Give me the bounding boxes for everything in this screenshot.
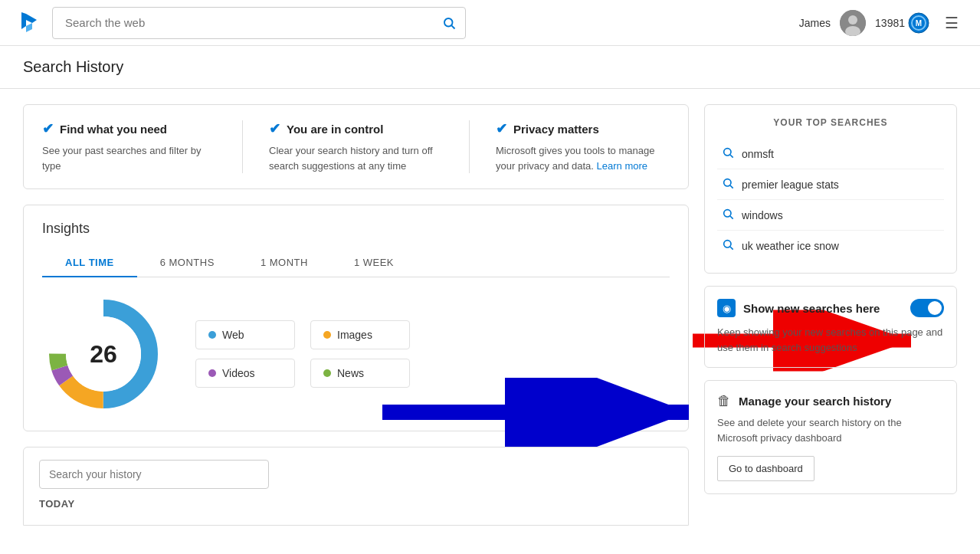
legend: Web Images Videos News: [195, 320, 410, 388]
info-card-control-text: Clear your search history and turn off s…: [269, 143, 443, 173]
svg-point-23: [724, 241, 731, 247]
points-value: 13981: [875, 17, 905, 29]
sidebar: YOUR TOP SEARCHES onmsft premie: [704, 104, 957, 526]
check-icon-1: ✔: [42, 120, 54, 137]
search-item-icon-1: [722, 177, 734, 192]
search-item-text-2: windows: [742, 209, 783, 221]
hamburger-button[interactable]: ☰: [939, 11, 965, 35]
main-content: ✔ Find what you need See your past searc…: [23, 104, 689, 526]
avatar: [840, 10, 866, 36]
insights-body: 26 Web Images Videos: [42, 293, 670, 415]
search-item-text-0: onmsft: [742, 148, 774, 160]
search-item-icon-3: [722, 238, 734, 253]
divider-2: [469, 120, 470, 173]
manage-history-header: 🗑 Manage your search history: [717, 393, 944, 409]
search-item-icon-2: [722, 208, 734, 222]
tab-all-time[interactable]: ALL TIME: [42, 249, 137, 277]
search-item-text-3: uk weather ice snow: [742, 240, 839, 252]
svg-point-5: [848, 15, 857, 25]
info-card-control: ✔ You are in control Clear your search h…: [269, 120, 443, 173]
svg-line-24: [730, 247, 733, 250]
search-item-3[interactable]: uk weather ice snow: [717, 231, 944, 261]
show-new-searches-card: ◉ Show new searches here Keep showing yo…: [704, 286, 957, 368]
legend-label-web: Web: [222, 329, 244, 341]
legend-dot-web: [208, 331, 216, 339]
tab-1week[interactable]: 1 WEEK: [331, 249, 417, 277]
learn-more-link[interactable]: Learn more: [597, 160, 647, 172]
search-bar-wrapper: [52, 7, 466, 39]
main-layout: ✔ Find what you need See your past searc…: [0, 89, 980, 541]
go-to-dashboard-button[interactable]: Go to dashboard: [717, 456, 814, 481]
legend-label-news: News: [337, 367, 364, 379]
legend-dot-images: [323, 331, 331, 339]
manage-history-card: 🗑 Manage your search history See and del…: [704, 380, 957, 494]
page-title: Search History: [23, 58, 957, 76]
bing-logo: [15, 9, 43, 37]
donut-total: 26: [90, 340, 117, 369]
svg-line-3: [451, 25, 454, 28]
header: James 13981 M ☰: [0, 0, 980, 46]
legend-item-web: Web: [195, 320, 295, 349]
svg-point-2: [444, 18, 453, 27]
legend-item-videos: Videos: [195, 359, 295, 388]
history-search-section: TODAY: [23, 447, 689, 526]
info-card-privacy-title: ✔ Privacy matters: [496, 120, 670, 137]
reward-icon: M: [908, 12, 929, 34]
manage-history-desc: See and delete your search history on th…: [717, 415, 944, 445]
legend-item-news: News: [310, 359, 410, 388]
search-item-icon-0: [722, 146, 734, 161]
divider-1: [242, 120, 243, 173]
check-icon-2: ✔: [269, 120, 280, 137]
info-card-find: ✔ Find what you need See your past searc…: [42, 120, 216, 173]
tabs: ALL TIME 6 MONTHS 1 MONTH 1 WEEK: [42, 249, 670, 277]
legend-label-videos: Videos: [222, 367, 255, 379]
user-name: James: [799, 17, 831, 29]
info-card-find-text: See your past searches and filter by typ…: [42, 143, 216, 173]
toggle-knob: [928, 301, 942, 315]
search-item-0[interactable]: onmsft: [717, 139, 944, 169]
info-card-find-title: ✔ Find what you need: [42, 120, 216, 137]
legend-item-images: Images: [310, 320, 410, 349]
tab-6months[interactable]: 6 MONTHS: [137, 249, 238, 277]
header-right: James 13981 M ☰: [799, 10, 965, 36]
top-searches-card: YOUR TOP SEARCHES onmsft premie: [704, 104, 957, 274]
today-label: TODAY: [39, 489, 673, 513]
show-searches-desc: Keep showing your new searches on this p…: [717, 325, 944, 355]
search-button[interactable]: [432, 7, 466, 39]
donut-chart: 26: [42, 293, 165, 415]
search-input[interactable]: [52, 7, 466, 39]
info-card-privacy-text: Microsoft gives you tools to manage your…: [496, 143, 670, 173]
top-searches-title: YOUR TOP SEARCHES: [717, 117, 944, 128]
search-item-1[interactable]: premier league stats: [717, 169, 944, 200]
svg-point-17: [724, 149, 731, 156]
svg-line-18: [730, 155, 733, 158]
legend-dot-videos: [208, 369, 216, 377]
tab-1month[interactable]: 1 MONTH: [238, 249, 331, 277]
info-card-privacy: ✔ Privacy matters Microsoft gives you to…: [496, 120, 670, 173]
svg-text:M: M: [916, 19, 922, 28]
points-badge: 13981 M: [875, 12, 929, 34]
insights-section: Insights ALL TIME 6 MONTHS 1 MONTH 1 WEE…: [23, 205, 689, 431]
search-item-2[interactable]: windows: [717, 200, 944, 231]
info-banner: ✔ Find what you need See your past searc…: [23, 104, 689, 189]
svg-line-22: [730, 216, 733, 219]
show-searches-header: ◉ Show new searches here: [717, 299, 944, 317]
trash-icon: 🗑: [717, 393, 731, 409]
svg-marker-1: [26, 23, 32, 32]
shield-icon: ◉: [717, 299, 736, 317]
history-search-input[interactable]: [39, 460, 269, 489]
insights-title: Insights: [42, 221, 670, 237]
info-card-control-title: ✔ You are in control: [269, 120, 443, 137]
page-title-bar: Search History: [0, 46, 980, 89]
check-icon-3: ✔: [496, 120, 507, 137]
svg-line-20: [730, 185, 733, 188]
legend-label-images: Images: [337, 329, 372, 341]
show-searches-left: ◉ Show new searches here: [717, 299, 880, 317]
toggle-show-searches[interactable]: [910, 299, 944, 317]
svg-point-19: [724, 179, 731, 186]
svg-point-21: [724, 210, 731, 217]
manage-history-title: Manage your search history: [739, 395, 891, 408]
legend-dot-news: [323, 369, 331, 377]
show-searches-title: Show new searches here: [743, 302, 880, 315]
search-item-text-1: premier league stats: [742, 179, 839, 191]
